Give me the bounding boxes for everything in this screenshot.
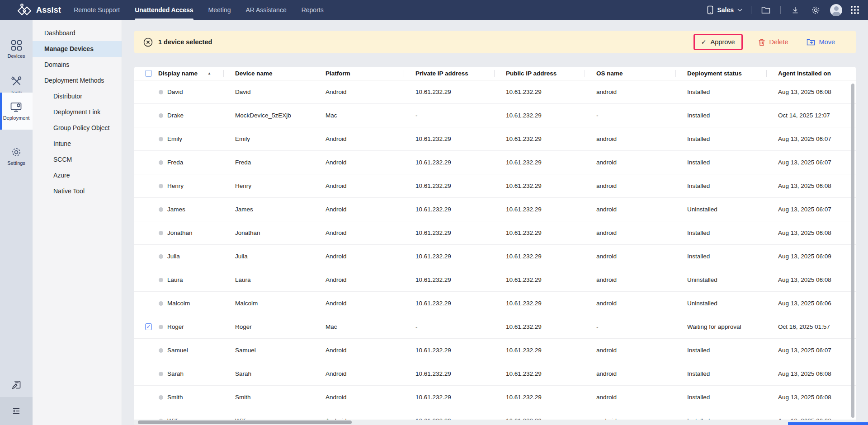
nav-tab[interactable]: AR Assistance bbox=[245, 0, 286, 20]
cell-private-ip: 10.61.232.29 bbox=[404, 206, 495, 213]
feedback-pencil-icon[interactable] bbox=[0, 379, 33, 390]
table-row[interactable]: ✓ Sarah Sarah Android 10.61.232.29 10.61… bbox=[134, 362, 856, 386]
nav-tab[interactable]: Reports bbox=[302, 0, 324, 20]
x-circle-icon[interactable] bbox=[143, 37, 153, 47]
cell-private-ip: 10.61.232.29 bbox=[404, 89, 495, 95]
cell-platform: Android bbox=[314, 347, 404, 354]
status-dot-icon bbox=[159, 113, 163, 118]
sidebar-item[interactable]: Group Policy Object bbox=[33, 120, 122, 136]
avatar[interactable] bbox=[830, 4, 842, 16]
status-dot-icon bbox=[159, 395, 163, 400]
sidebar-item[interactable]: Deployment Methods bbox=[33, 73, 122, 89]
cell-display-name: ✓ Emily bbox=[134, 135, 224, 142]
move-button[interactable]: Move bbox=[807, 38, 835, 46]
cell-display-name: ✓ Samuel bbox=[134, 347, 224, 354]
nav-tab[interactable]: Remote Support bbox=[74, 0, 120, 20]
sidebar-item[interactable]: SCCM bbox=[33, 152, 122, 168]
table-row[interactable]: ✓ Drake MockDevice_5zEXjb Mac - 10.61.23… bbox=[134, 104, 856, 127]
cell-display-name: ✓ Drake bbox=[134, 112, 224, 119]
select-all-checkbox[interactable] bbox=[145, 70, 152, 77]
col-label: Display name bbox=[158, 70, 198, 77]
table-header-row: Display name ▲ Device name Platform Priv… bbox=[134, 67, 856, 80]
sidebar-item[interactable]: Native Tool bbox=[33, 183, 122, 199]
cell-agent-installed-on: Aug 13, 2025 06:07 bbox=[767, 347, 856, 354]
table-row[interactable]: ✓ James James Android 10.61.232.29 10.61… bbox=[134, 198, 856, 221]
col-label: Private IP address bbox=[415, 70, 468, 77]
cell-public-ip: 10.61.232.29 bbox=[495, 182, 585, 189]
delete-label: Delete bbox=[769, 38, 788, 46]
selection-count-text: 1 device selected bbox=[158, 38, 212, 46]
download-icon[interactable] bbox=[789, 4, 801, 16]
col-header-agent-installed-on[interactable]: Agent installed on bbox=[767, 67, 856, 80]
mobile-icon bbox=[707, 5, 713, 14]
portal-name: Sales bbox=[717, 6, 734, 14]
col-header-public-ip[interactable]: Public IP address bbox=[495, 67, 585, 80]
col-header-platform[interactable]: Platform bbox=[314, 67, 404, 80]
table-row[interactable]: ✓ Samuel Samuel Android 10.61.232.29 10.… bbox=[134, 339, 856, 362]
cell-platform: Android bbox=[314, 89, 404, 95]
sidebar-item[interactable]: Deployment Link bbox=[33, 104, 122, 120]
apps-grid-icon[interactable] bbox=[851, 6, 859, 14]
cell-display-name: ✓ Jonathan bbox=[134, 229, 224, 236]
cell-os-name: android bbox=[585, 89, 676, 95]
cell-platform: Android bbox=[314, 135, 404, 142]
folder-icon[interactable] bbox=[760, 4, 772, 16]
gear-icon[interactable] bbox=[810, 4, 821, 16]
rail-item-devices[interactable]: Devices bbox=[0, 33, 33, 65]
table-row[interactable]: ✓ Malcolm Malcolm Android 10.61.232.29 1… bbox=[134, 292, 856, 315]
nav-tab[interactable]: Meeting bbox=[208, 0, 231, 20]
selection-banner: 1 device selected ✓ Approve Delete Move bbox=[134, 31, 856, 53]
table-row[interactable]: ✓ Laura Laura Android 10.61.232.29 10.61… bbox=[134, 268, 856, 292]
col-header-private-ip[interactable]: Private IP address bbox=[404, 67, 495, 80]
sidebar-item[interactable]: Distributor bbox=[33, 89, 122, 104]
table-row[interactable]: ✓ Jonathan Jonathan Android 10.61.232.29… bbox=[134, 221, 856, 245]
cell-private-ip: 10.61.232.29 bbox=[404, 229, 495, 236]
devices-table-card: Display name ▲ Device name Platform Priv… bbox=[134, 67, 856, 425]
cell-private-ip: 10.61.232.29 bbox=[404, 253, 495, 260]
horizontal-scrollbar[interactable] bbox=[138, 420, 352, 424]
table-row[interactable]: ✓ Roger Roger Mac - 10.61.232.29 - Waiti… bbox=[134, 315, 856, 339]
col-header-display-name[interactable]: Display name ▲ bbox=[134, 67, 224, 80]
status-dot-icon bbox=[159, 278, 163, 282]
cell-os-name: - bbox=[585, 323, 676, 330]
sidebar-item[interactable]: Azure bbox=[33, 168, 122, 183]
col-header-deployment-status[interactable]: Deployment status bbox=[676, 67, 767, 80]
top-bar: Assist Remote Support Unattended Access … bbox=[0, 0, 868, 20]
rail-item-label: Devices bbox=[7, 53, 25, 59]
cell-platform: Android bbox=[314, 253, 404, 260]
col-label: Public IP address bbox=[506, 70, 557, 77]
cell-os-name: android bbox=[585, 347, 676, 354]
sidebar-item[interactable]: Intune bbox=[33, 136, 122, 152]
delete-button[interactable]: Delete bbox=[758, 38, 788, 46]
table-row[interactable]: ✓ Freda Freda Android 10.61.232.29 10.61… bbox=[134, 151, 856, 174]
table-row[interactable]: ✓ Henry Henry Android 10.61.232.29 10.61… bbox=[134, 174, 856, 198]
collapse-sidebar-icon[interactable] bbox=[0, 397, 33, 425]
row-checkbox[interactable]: ✓ bbox=[145, 323, 152, 330]
col-header-device-name[interactable]: Device name bbox=[224, 67, 314, 80]
portal-selector[interactable]: Sales bbox=[707, 5, 742, 14]
rail-item-settings[interactable]: Settings bbox=[0, 140, 33, 172]
sidebar-item[interactable]: Domains bbox=[33, 57, 122, 73]
cell-public-ip: 10.61.232.29 bbox=[495, 323, 585, 330]
cell-os-name: android bbox=[585, 229, 676, 236]
cell-deployment-status: Installed bbox=[676, 159, 767, 166]
col-label: Platform bbox=[326, 70, 350, 77]
approve-button[interactable]: ✓ Approve bbox=[693, 34, 743, 50]
table-row[interactable]: ✓ William William Android 10.61.232.29 1… bbox=[134, 409, 856, 420]
nav-tab[interactable]: Unattended Access bbox=[135, 0, 193, 20]
sidebar-item[interactable]: Dashboard bbox=[33, 25, 122, 41]
cell-platform: Mac bbox=[314, 323, 404, 330]
table-row[interactable]: ✓ Julia Julia Android 10.61.232.29 10.61… bbox=[134, 245, 856, 268]
table-row[interactable]: ✓ David David Android 10.61.232.29 10.61… bbox=[134, 80, 856, 104]
table-row[interactable]: ✓ Emily Emily Android 10.61.232.29 10.61… bbox=[134, 127, 856, 151]
col-header-os-name[interactable]: OS name bbox=[585, 67, 676, 80]
display-name: Jonathan bbox=[167, 229, 193, 236]
rail-item-deployment[interactable]: Deployment bbox=[0, 93, 33, 130]
vertical-scrollbar[interactable] bbox=[851, 84, 854, 418]
display-name: James bbox=[167, 206, 185, 213]
table-row[interactable]: ✓ Smith Smith Android 10.61.232.29 10.61… bbox=[134, 386, 856, 409]
cell-device-name: Malcolm bbox=[224, 300, 314, 307]
cell-display-name: ✓ Malcolm bbox=[134, 300, 224, 307]
sidebar-item[interactable]: Manage Devices bbox=[33, 41, 122, 57]
cell-device-name: Roger bbox=[224, 323, 314, 330]
